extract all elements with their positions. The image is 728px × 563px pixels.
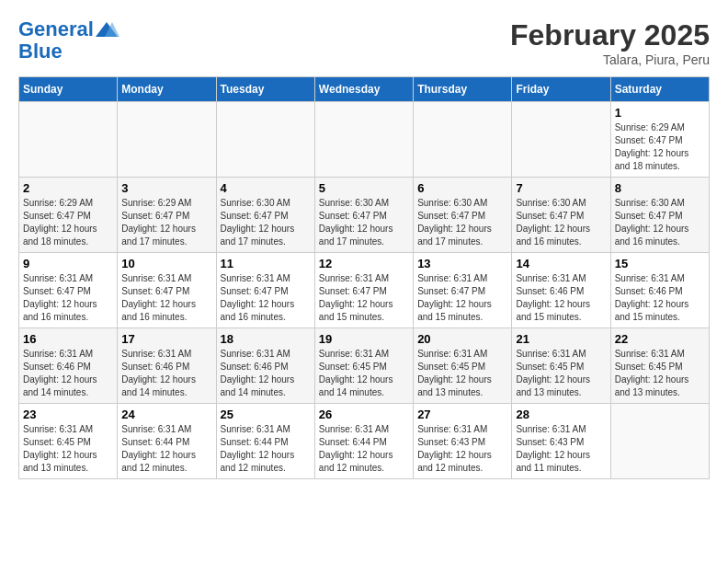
- day-number: 15: [615, 257, 705, 270]
- day-info: Sunrise: 6:31 AM Sunset: 6:46 PM Dayligh…: [516, 272, 606, 324]
- day-info: Sunrise: 6:31 AM Sunset: 6:44 PM Dayligh…: [121, 423, 211, 475]
- day-info: Sunrise: 6:31 AM Sunset: 6:45 PM Dayligh…: [615, 348, 705, 399]
- logo-general: General: [18, 17, 94, 40]
- day-number: 2: [23, 181, 113, 195]
- day-number: 25: [221, 408, 311, 421]
- weekday-header-row: SundayMondayTuesdayWednesdayThursdayFrid…: [19, 77, 710, 102]
- calendar-cell: 6 Sunrise: 6:30 AM Sunset: 6:47 PM Dayli…: [414, 178, 512, 253]
- calendar-body: 1 Sunrise: 6:29 AM Sunset: 6:47 PM Dayli…: [19, 102, 710, 479]
- calendar-cell: [19, 102, 118, 178]
- week-row-2: 2 Sunrise: 6:29 AM Sunset: 6:47 PM Dayli…: [19, 178, 710, 253]
- calendar-cell: 11 Sunrise: 6:31 AM Sunset: 6:47 PM Dayl…: [216, 253, 314, 328]
- week-row-3: 9 Sunrise: 6:31 AM Sunset: 6:47 PM Dayli…: [19, 253, 710, 328]
- day-number: 10: [121, 257, 211, 270]
- calendar-cell: 4 Sunrise: 6:30 AM Sunset: 6:47 PM Dayli…: [216, 178, 314, 253]
- calendar-cell: [314, 102, 413, 178]
- day-number: 5: [319, 181, 409, 195]
- weekday-wednesday: Wednesday: [314, 77, 413, 102]
- calendar-cell: 19 Sunrise: 6:31 AM Sunset: 6:45 PM Dayl…: [314, 328, 413, 404]
- calendar-cell: 20 Sunrise: 6:31 AM Sunset: 6:45 PM Dayl…: [414, 328, 512, 404]
- day-info: Sunrise: 6:31 AM Sunset: 6:47 PM Dayligh…: [319, 272, 409, 324]
- weekday-tuesday: Tuesday: [216, 77, 314, 102]
- day-number: 13: [417, 257, 507, 270]
- calendar-table: SundayMondayTuesdayWednesdayThursdayFrid…: [18, 76, 710, 479]
- day-number: 8: [615, 181, 705, 195]
- day-info: Sunrise: 6:31 AM Sunset: 6:45 PM Dayligh…: [417, 348, 507, 399]
- calendar-cell: 28 Sunrise: 6:31 AM Sunset: 6:43 PM Dayl…: [512, 404, 610, 479]
- week-row-4: 16 Sunrise: 6:31 AM Sunset: 6:46 PM Dayl…: [19, 328, 710, 404]
- day-info: Sunrise: 6:30 AM Sunset: 6:47 PM Dayligh…: [417, 197, 507, 248]
- day-number: 18: [221, 332, 311, 346]
- calendar-cell: 9 Sunrise: 6:31 AM Sunset: 6:47 PM Dayli…: [19, 253, 118, 328]
- calendar-cell: 7 Sunrise: 6:30 AM Sunset: 6:47 PM Dayli…: [512, 178, 610, 253]
- calendar-cell: [512, 102, 610, 178]
- calendar-cell: 1 Sunrise: 6:29 AM Sunset: 6:47 PM Dayli…: [610, 102, 709, 178]
- day-info: Sunrise: 6:29 AM Sunset: 6:47 PM Dayligh…: [121, 197, 211, 248]
- page-header: General Blue February 2025 Talara, Piura…: [18, 18, 710, 67]
- day-info: Sunrise: 6:31 AM Sunset: 6:47 PM Dayligh…: [121, 272, 211, 324]
- day-info: Sunrise: 6:30 AM Sunset: 6:47 PM Dayligh…: [319, 197, 409, 248]
- calendar-cell: [216, 102, 314, 178]
- day-number: 6: [417, 181, 507, 195]
- day-number: 1: [615, 106, 705, 120]
- calendar-cell: 13 Sunrise: 6:31 AM Sunset: 6:47 PM Dayl…: [414, 253, 512, 328]
- day-info: Sunrise: 6:31 AM Sunset: 6:47 PM Dayligh…: [417, 272, 507, 324]
- calendar-cell: 3 Sunrise: 6:29 AM Sunset: 6:47 PM Dayli…: [118, 178, 216, 253]
- day-info: Sunrise: 6:31 AM Sunset: 6:46 PM Dayligh…: [615, 272, 705, 324]
- day-number: 21: [516, 332, 606, 346]
- calendar-cell: 26 Sunrise: 6:31 AM Sunset: 6:44 PM Dayl…: [314, 404, 413, 479]
- day-number: 17: [121, 332, 211, 346]
- calendar-cell: 23 Sunrise: 6:31 AM Sunset: 6:45 PM Dayl…: [19, 404, 118, 479]
- weekday-sunday: Sunday: [19, 77, 118, 102]
- day-info: Sunrise: 6:31 AM Sunset: 6:43 PM Dayligh…: [516, 423, 606, 475]
- logo: General Blue: [18, 18, 119, 63]
- day-number: 16: [23, 332, 113, 346]
- calendar-cell: 25 Sunrise: 6:31 AM Sunset: 6:44 PM Dayl…: [216, 404, 314, 479]
- day-info: Sunrise: 6:31 AM Sunset: 6:46 PM Dayligh…: [23, 348, 113, 399]
- day-info: Sunrise: 6:30 AM Sunset: 6:47 PM Dayligh…: [615, 197, 705, 248]
- month-title: February 2025: [510, 18, 710, 52]
- day-number: 22: [615, 332, 705, 346]
- day-info: Sunrise: 6:29 AM Sunset: 6:47 PM Dayligh…: [615, 121, 705, 173]
- calendar-cell: 2 Sunrise: 6:29 AM Sunset: 6:47 PM Dayli…: [19, 178, 118, 253]
- day-number: 26: [319, 408, 409, 421]
- day-number: 23: [23, 408, 113, 421]
- calendar-cell: 17 Sunrise: 6:31 AM Sunset: 6:46 PM Dayl…: [118, 328, 216, 404]
- day-info: Sunrise: 6:30 AM Sunset: 6:47 PM Dayligh…: [221, 197, 311, 248]
- day-number: 14: [516, 257, 606, 270]
- calendar-cell: 15 Sunrise: 6:31 AM Sunset: 6:46 PM Dayl…: [610, 253, 709, 328]
- day-info: Sunrise: 6:31 AM Sunset: 6:45 PM Dayligh…: [516, 348, 606, 399]
- week-row-1: 1 Sunrise: 6:29 AM Sunset: 6:47 PM Dayli…: [19, 102, 710, 178]
- day-number: 20: [417, 332, 507, 346]
- calendar-cell: 21 Sunrise: 6:31 AM Sunset: 6:45 PM Dayl…: [512, 328, 610, 404]
- day-number: 12: [319, 257, 409, 270]
- day-info: Sunrise: 6:29 AM Sunset: 6:47 PM Dayligh…: [23, 197, 113, 248]
- day-info: Sunrise: 6:31 AM Sunset: 6:45 PM Dayligh…: [23, 423, 113, 475]
- day-number: 27: [417, 408, 507, 421]
- day-info: Sunrise: 6:30 AM Sunset: 6:47 PM Dayligh…: [516, 197, 606, 248]
- day-info: Sunrise: 6:31 AM Sunset: 6:45 PM Dayligh…: [319, 348, 409, 399]
- day-info: Sunrise: 6:31 AM Sunset: 6:47 PM Dayligh…: [23, 272, 113, 324]
- day-info: Sunrise: 6:31 AM Sunset: 6:44 PM Dayligh…: [319, 423, 409, 475]
- day-number: 9: [23, 257, 113, 270]
- calendar-cell: 16 Sunrise: 6:31 AM Sunset: 6:46 PM Dayl…: [19, 328, 118, 404]
- calendar-cell: 12 Sunrise: 6:31 AM Sunset: 6:47 PM Dayl…: [314, 253, 413, 328]
- location-subtitle: Talara, Piura, Peru: [510, 52, 710, 67]
- weekday-saturday: Saturday: [610, 77, 709, 102]
- calendar-cell: [414, 102, 512, 178]
- day-number: 7: [516, 181, 606, 195]
- day-number: 4: [221, 181, 311, 195]
- calendar-cell: 27 Sunrise: 6:31 AM Sunset: 6:43 PM Dayl…: [414, 404, 512, 479]
- day-number: 28: [516, 408, 606, 421]
- calendar-cell: 5 Sunrise: 6:30 AM Sunset: 6:47 PM Dayli…: [314, 178, 413, 253]
- day-info: Sunrise: 6:31 AM Sunset: 6:46 PM Dayligh…: [221, 348, 311, 399]
- calendar-cell: 24 Sunrise: 6:31 AM Sunset: 6:44 PM Dayl…: [118, 404, 216, 479]
- title-block: February 2025 Talara, Piura, Peru: [510, 18, 710, 67]
- calendar-cell: [610, 404, 709, 479]
- week-row-5: 23 Sunrise: 6:31 AM Sunset: 6:45 PM Dayl…: [19, 404, 710, 479]
- calendar-cell: 18 Sunrise: 6:31 AM Sunset: 6:46 PM Dayl…: [216, 328, 314, 404]
- calendar-cell: 22 Sunrise: 6:31 AM Sunset: 6:45 PM Dayl…: [610, 328, 709, 404]
- day-number: 11: [221, 257, 311, 270]
- day-info: Sunrise: 6:31 AM Sunset: 6:44 PM Dayligh…: [221, 423, 311, 475]
- logo-blue: Blue: [18, 40, 119, 63]
